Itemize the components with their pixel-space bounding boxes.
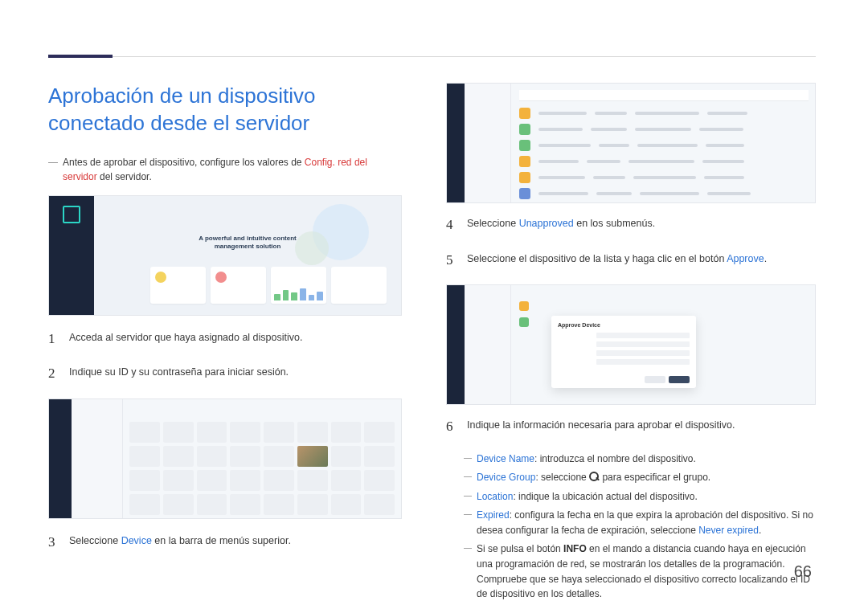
table-header	[519, 90, 809, 101]
stat-card	[271, 267, 326, 304]
page-number: 66	[794, 562, 812, 581]
step-6: 6 Indique la información necesaria para …	[446, 416, 816, 437]
header-rule	[48, 56, 816, 57]
sub-device-name: Device Name: introduzca el nombre del di…	[464, 452, 816, 467]
sidebar-dark	[49, 196, 94, 315]
sub-panel	[465, 84, 511, 202]
steps-list-right: 4 Seleccione Unapproved en los submenús.…	[446, 215, 816, 270]
steps-list-left-2: 3 Seleccione Device en la barra de menús…	[48, 532, 402, 553]
step-text: Indique la información necesaria para ap…	[467, 416, 816, 433]
sub-expired: Expired: configura la fecha en la que ex…	[464, 508, 816, 537]
intro-post: del servidor.	[97, 171, 152, 182]
sidebar-dark	[447, 285, 465, 404]
logo-icon	[63, 206, 80, 223]
text-post: en los submenús.	[574, 218, 655, 229]
steps-list-right-2: 6 Indique la información necesaria para …	[446, 416, 816, 437]
magnifier-icon	[589, 472, 600, 482]
text-highlight: Device	[121, 535, 152, 546]
sub-highlight: Location	[477, 491, 513, 502]
sub-highlight: Expired	[477, 509, 510, 521]
sub-info: Si se pulsa el botón INFO en el mando a …	[464, 541, 816, 601]
dialog-buttons	[645, 376, 690, 383]
dialog-field	[558, 333, 690, 338]
screenshot-device-grid	[48, 398, 402, 519]
stat-card	[150, 267, 206, 304]
hero-area: A powerful and intuitive content managem…	[94, 196, 401, 315]
text-pre: Seleccione el dispositivo de la lista y …	[467, 253, 727, 264]
page-title: Aprobación de un dispositivo conectado d…	[48, 83, 402, 137]
steps-list-left: 1 Acceda al servidor que haya asignado a…	[48, 329, 402, 384]
text-pre: Seleccione	[467, 218, 519, 229]
stat-card	[331, 267, 387, 304]
step-number: 4	[446, 215, 456, 235]
sub-highlight: Device Name	[477, 453, 534, 464]
sub-text: : configura la fecha en la que expira la…	[477, 509, 813, 536]
step-number: 3	[48, 532, 58, 553]
screenshot-unapproved-list	[446, 83, 816, 203]
dialog-field	[558, 359, 690, 365]
step-number: 6	[446, 416, 456, 437]
text-highlight: Approve	[727, 253, 764, 264]
sub-bullets: Device Name: introduzca el nombre del di…	[464, 452, 816, 602]
left-column: Aprobación de un dispositivo conectado d…	[48, 83, 402, 606]
step-4: 4 Seleccione Unapproved en los submenús.	[446, 215, 816, 235]
step-text: Indique su ID y su contraseña para inici…	[69, 363, 402, 380]
sub-location: Location: indique la ubicación actual de…	[464, 489, 816, 505]
sidebar-dark	[49, 399, 72, 518]
mini-bar-chart	[274, 286, 323, 300]
sub-text: : seleccione	[535, 472, 589, 483]
table-row	[519, 156, 809, 167]
sub-device-group: Device Group: seleccione para especifica…	[464, 470, 816, 485]
manual-page: Aprobación de un dispositivo conectado d…	[0, 0, 868, 613]
table-row	[519, 140, 809, 151]
dialog-field	[558, 350, 690, 356]
step-text: Acceda al servidor que haya asignado al …	[69, 329, 402, 345]
dashboard-cards	[150, 267, 387, 304]
stat-card	[211, 267, 266, 304]
step-text: Seleccione el dispositivo de la lista y …	[467, 250, 816, 267]
table-row	[519, 172, 809, 183]
step-5: 5 Seleccione el dispositivo de la lista …	[446, 250, 816, 271]
dialog-ok	[669, 376, 690, 383]
step-2: 2 Indique su ID y su contraseña para ini…	[48, 363, 402, 384]
screenshot-login: A powerful and intuitive content managem…	[48, 195, 402, 316]
right-column: 4 Seleccione Unapproved en los submenús.…	[446, 83, 816, 606]
table-row	[519, 124, 809, 135]
table-row	[519, 108, 809, 119]
step-number: 2	[48, 363, 58, 384]
table-rows	[519, 108, 809, 196]
text-post: .	[764, 253, 767, 264]
intro-pre: Antes de aprobar el dispositivo, configu…	[63, 157, 305, 168]
table-row	[519, 301, 809, 311]
dash-icon: ―	[48, 155, 63, 184]
step-text: Seleccione Device en la barra de menús s…	[69, 532, 402, 549]
step-number: 1	[48, 329, 58, 349]
intro-note: ― Antes de aprobar el dispositivo, confi…	[48, 155, 402, 184]
sub-text: : introduzca el nombre del dispositivo.	[534, 453, 696, 464]
step-text: Seleccione Unapproved en los submenús.	[467, 215, 816, 231]
sub-highlight-2: Never expired	[698, 525, 759, 536]
sub-bold: INFO	[563, 543, 587, 554]
text-highlight: Unapproved	[519, 218, 574, 229]
hero-tagline: A powerful and intuitive content managem…	[183, 235, 312, 251]
sub-text: para especificar el grupo.	[600, 472, 710, 483]
sub-text: : indique la ubicación actual del dispos…	[513, 491, 697, 502]
table-row	[519, 188, 809, 199]
sub-panel	[465, 285, 511, 404]
step-number: 5	[446, 250, 456, 271]
step-3: 3 Seleccione Device en la barra de menús…	[48, 532, 402, 553]
text-post: en la barra de menús superior.	[152, 535, 291, 546]
text-pre: Seleccione	[69, 535, 121, 546]
screenshot-approve-dialog: Approve Device	[446, 284, 816, 405]
dialog-title: Approve Device	[558, 322, 690, 328]
sub-highlight: Device Group	[477, 472, 535, 483]
sub-text: Si se pulsa el botón	[477, 543, 563, 554]
sub-panel	[72, 399, 123, 518]
header-accent	[48, 55, 113, 58]
approve-dialog: Approve Device	[551, 316, 696, 388]
device-thumbnail-grid	[129, 422, 395, 512]
dialog-field	[558, 341, 690, 347]
two-column-layout: Aprobación de un dispositivo conectado d…	[48, 83, 816, 606]
intro-text: Antes de aprobar el dispositivo, configu…	[63, 155, 402, 184]
sub-text: .	[759, 525, 761, 536]
